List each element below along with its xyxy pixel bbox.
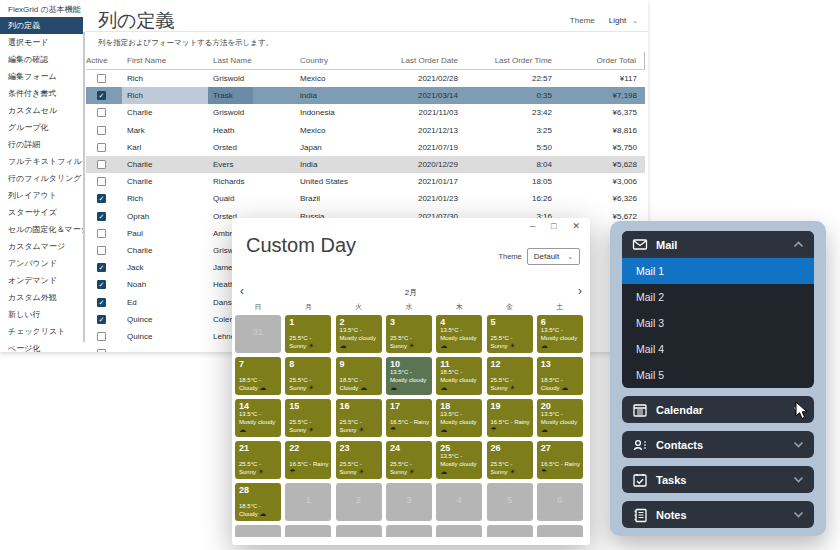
table-row[interactable]: KarlOrstedJapan2021/07/195:50¥5,750 [86, 139, 645, 156]
calendar-day-cell[interactable]: 2425.5°C - Sunny ☀ [386, 441, 432, 479]
column-header[interactable]: Order Total [566, 52, 645, 69]
calendar-day-cell[interactable]: 1 [285, 483, 331, 521]
checkbox-unchecked[interactable] [97, 246, 106, 255]
calendar-day-cell[interactable]: 4 [436, 483, 482, 521]
sidebar-item[interactable]: 行のフィルタリング [0, 170, 83, 187]
calendar-day-cell[interactable]: 2625.5°C - Sunny ☀ [487, 441, 533, 479]
checkbox-checked[interactable]: ✓ [97, 91, 106, 100]
theme-value[interactable]: Light [609, 16, 626, 25]
calendar-day-cell[interactable]: 1118.5°C - Mostly cloudy ☁ [436, 357, 482, 395]
checkbox-unchecked[interactable] [97, 332, 106, 341]
theme-dropdown[interactable]: Default⌄ [527, 248, 580, 265]
column-header[interactable]: First Name [122, 52, 208, 69]
column-header[interactable]: Active [86, 52, 122, 69]
calendar-day-cell[interactable]: 825.5°C - Sunny ☀ [285, 357, 331, 395]
column-header[interactable]: Last Name [208, 52, 253, 69]
section-header-calendar[interactable]: Calendar [622, 396, 814, 423]
sidebar-item[interactable]: カスタムセル [0, 102, 83, 119]
table-row[interactable]: RichGriswoldMexico2021/02/2822:57¥117 [86, 70, 645, 87]
table-row[interactable]: CharlieRichardsUnited States2021/01/1718… [86, 173, 645, 190]
calendar-day-cell[interactable] [285, 525, 331, 537]
calendar-day-cell[interactable]: 1625.5°C - Sunny ☀ [336, 399, 382, 437]
calendar-day-cell[interactable]: 2325.5°C - Sunny ☀ [336, 441, 382, 479]
checkbox-unchecked[interactable] [97, 229, 106, 238]
sidebar-item[interactable]: フルテキストフィルター [0, 153, 83, 170]
checkbox-checked[interactable]: ✓ [97, 212, 106, 221]
minimize-icon[interactable]: – [530, 221, 535, 231]
calendar-day-cell[interactable]: 718.5°C - Cloudy ☁ [235, 357, 281, 395]
calendar-day-cell[interactable]: 413.5°C - Mostly cloudy ☁ [436, 315, 482, 353]
close-icon[interactable]: ✕ [572, 221, 580, 231]
table-row[interactable]: ✓RichTraskindia2021/03/140:35¥7,198 [86, 87, 645, 104]
calendar-day-cell[interactable]: 2216.5°C - Rainy ☂ [285, 441, 331, 479]
calendar-day-cell[interactable]: 3 [386, 483, 432, 521]
sidebar-item[interactable]: グループ化 [0, 119, 83, 136]
calendar-day-cell[interactable] [386, 525, 432, 537]
checkbox-checked[interactable]: ✓ [97, 315, 106, 324]
list-item[interactable]: Mail 5 [622, 362, 814, 388]
table-row[interactable]: ✓RichQuaidBrazil2021/01/2316:26¥6,326 [86, 190, 645, 207]
sidebar-item[interactable]: 列レイアウト [0, 187, 83, 204]
calendar-day-cell[interactable]: 125.5°C - Sunny ☀ [285, 315, 331, 353]
list-item[interactable]: Mail 1 [622, 258, 814, 284]
calendar-day-cell[interactable]: 613.5°C - Mostly cloudy ☁ [537, 315, 583, 353]
sidebar-item[interactable]: 選択モード [0, 34, 83, 51]
calendar-day-cell[interactable]: 1716.5°C - Rainy ☂ [386, 399, 432, 437]
theme-selector[interactable]: ThemeLight⌄ [570, 16, 638, 25]
calendar-day-cell[interactable]: 525.5°C - Sunny ☀ [487, 315, 533, 353]
checkbox-unchecked[interactable] [97, 126, 106, 135]
list-item[interactable]: Mail 2 [622, 284, 814, 310]
calendar-day-cell[interactable]: 1013.5°C - Mostly cloudy ☁ [386, 357, 432, 395]
column-header[interactable]: Country [253, 52, 365, 69]
sidebar-item[interactable]: 行の詳細 [0, 136, 83, 153]
calendar-day-cell[interactable]: 325.5°C - Sunny ☀ [386, 315, 432, 353]
checkbox-checked[interactable]: ✓ [97, 298, 106, 307]
sidebar-item[interactable]: 列の定義 [0, 17, 83, 34]
calendar-day-cell[interactable]: 2 [336, 483, 382, 521]
sidebar-item[interactable]: カスタムマージ [0, 238, 83, 255]
checkbox-unchecked[interactable] [97, 349, 106, 352]
sidebar-item[interactable]: チェックリスト [0, 323, 83, 340]
maximize-icon[interactable]: □ [551, 221, 556, 231]
calendar-day-cell[interactable]: 2513.5°C - Mostly cloudy ☁ [436, 441, 482, 479]
calendar-day-cell[interactable]: 213.5°C - Mostly cloudy ☁ [336, 315, 382, 353]
table-row[interactable]: MarkHeathMexico2021/12/133:25¥8,816 [86, 122, 645, 139]
section-header-mail[interactable]: Mail [622, 231, 814, 258]
calendar-day-cell[interactable]: 2818.5°C - Cloudy ☁ [235, 483, 281, 521]
sidebar-item[interactable]: カスタム外観 [0, 289, 83, 306]
sidebar-item[interactable]: 編集フォーム [0, 68, 83, 85]
calendar-day-cell[interactable]: 918.5°C - Cloudy ☁ [336, 357, 382, 395]
calendar-day-cell[interactable] [436, 525, 482, 537]
calendar-day-cell[interactable]: 1413.5°C - Mostly cloudy ☁ [235, 399, 281, 437]
sidebar-item[interactable]: ページ化 [0, 340, 83, 352]
section-header-notes[interactable]: Notes [622, 501, 814, 528]
sidebar-item[interactable]: スターサイズ [0, 204, 83, 221]
calendar-day-cell[interactable]: 6 [537, 483, 583, 521]
calendar-day-cell[interactable]: 1225.5°C - Sunny ☀ [487, 357, 533, 395]
sidebar-item[interactable]: オンデマンド [0, 272, 83, 289]
column-header[interactable]: Last Order Date [365, 52, 472, 69]
column-header[interactable]: Last Order Time [472, 52, 566, 69]
calendar-day-cell[interactable]: 31 [235, 315, 281, 353]
calendar-day-cell[interactable]: 2125.5°C - Sunny ☀ [235, 441, 281, 479]
sidebar-item[interactable]: アンバウンド [0, 255, 83, 272]
checkbox-checked[interactable]: ✓ [97, 194, 106, 203]
checkbox-unchecked[interactable] [97, 160, 106, 169]
calendar-day-cell[interactable]: 1916.5°C - Rainy ☂ [487, 399, 533, 437]
calendar-day-cell[interactable] [537, 525, 583, 537]
sidebar-item[interactable]: セルの固定化＆マージ [0, 221, 83, 238]
checkbox-checked[interactable]: ✓ [97, 263, 106, 272]
calendar-day-cell[interactable] [235, 525, 281, 537]
checkbox-checked[interactable]: ✓ [97, 280, 106, 289]
calendar-day-cell[interactable]: 2013.5°C - Mostly cloudy ☁ [537, 399, 583, 437]
calendar-day-cell[interactable]: 5 [487, 483, 533, 521]
checkbox-unchecked[interactable] [97, 143, 106, 152]
sidebar-item[interactable]: 条件付き書式 [0, 85, 83, 102]
calendar-day-cell[interactable]: 1813.5°C - Mostly cloudy ☁ [436, 399, 482, 437]
sidebar-item[interactable]: 編集の確認 [0, 51, 83, 68]
next-month-button[interactable]: › [578, 284, 582, 298]
sidebar-item[interactable]: 新しい行 [0, 306, 83, 323]
checkbox-unchecked[interactable] [97, 74, 106, 83]
calendar-day-cell[interactable]: 1318.5°C - Cloudy ☁ [537, 357, 583, 395]
calendar-day-cell[interactable] [487, 525, 533, 537]
